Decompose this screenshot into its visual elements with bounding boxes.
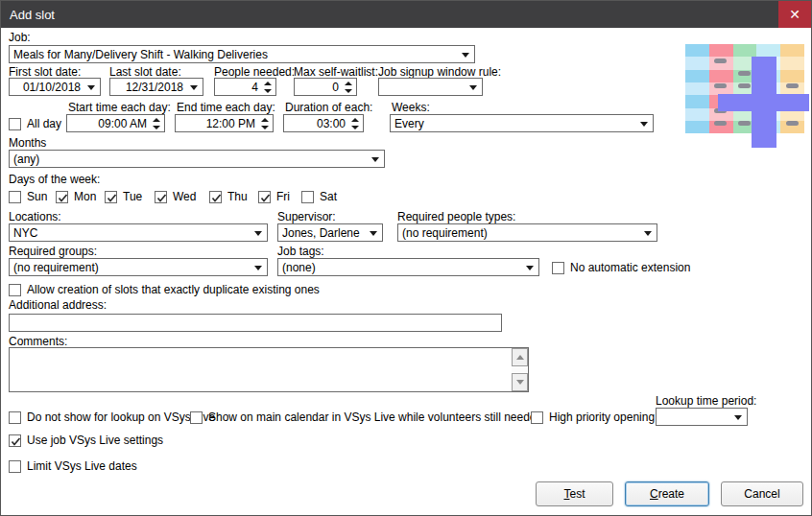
comments-input[interactable] [9, 347, 529, 392]
day-tue-checkbox[interactable]: Tue [105, 190, 142, 203]
first-slot-date-label: First slot date: [9, 65, 81, 79]
high-priority-opening-checkbox[interactable]: High priority opening [531, 410, 655, 424]
calendar-dash [714, 121, 727, 126]
spinner[interactable] [348, 115, 361, 131]
required-people-types-label: Required people types: [397, 210, 515, 223]
required-people-types-value: (no requirement) [402, 225, 639, 241]
day-fri-checkbox[interactable]: Fri [258, 190, 290, 203]
chevron-down-icon [462, 53, 469, 58]
limit-vsys-live-dates-checkbox[interactable]: Limit VSys Live dates [9, 459, 137, 473]
spin-up-icon [261, 118, 269, 122]
calendar-dash [714, 59, 727, 63]
comments-label: Comments: [9, 335, 67, 348]
calendar-dash [786, 83, 799, 88]
scroll-down-button[interactable] [512, 373, 528, 391]
people-needed-label: People needed: [214, 65, 295, 79]
spin-down-icon [264, 89, 272, 93]
checkbox-box [9, 284, 21, 296]
do-not-show-lookup-checkbox[interactable]: Do not show for lookup on VSys Live [9, 410, 215, 424]
max-self-waitlist-value: 0 [299, 80, 339, 95]
spin-up-icon [345, 82, 352, 85]
supervisor-value: Jones, Darlene [282, 225, 365, 241]
job-signup-window-rule-label: Job signup window rule: [378, 65, 501, 79]
calendar-dash [786, 121, 799, 126]
day-tue-label: Tue [123, 190, 142, 203]
use-job-vsys-live-settings-checkbox[interactable]: Use job VSys Live settings [9, 434, 163, 447]
job-label: Job: [9, 31, 31, 44]
scroll-up-button[interactable] [512, 348, 528, 366]
job-tags-value: (none) [282, 260, 521, 275]
high-priority-opening-label: High priority opening [549, 410, 655, 424]
test-button[interactable]: Test [536, 481, 613, 506]
day-sun-label: Sun [27, 190, 47, 203]
chevron-down-icon [469, 85, 477, 90]
job-value: Meals for Many/Delivery Shift - Walking … [13, 47, 457, 62]
months-value: (any) [13, 152, 367, 167]
cancel-button[interactable]: Cancel [721, 481, 803, 506]
max-self-waitlist-stepper[interactable]: 0 [294, 78, 357, 96]
job-tags-select[interactable]: (none) [277, 258, 539, 276]
spinner[interactable] [150, 115, 162, 131]
people-needed-stepper[interactable]: 4 [214, 78, 276, 96]
all-day-checkbox[interactable]: All day [9, 117, 61, 130]
calendar-dash [738, 71, 751, 76]
checkbox-box [258, 191, 271, 203]
spinner[interactable] [261, 79, 274, 95]
day-mon-checkbox[interactable]: Mon [56, 190, 96, 203]
no-automatic-extension-checkbox[interactable]: No automatic extension [552, 261, 690, 274]
chevron-down-icon [254, 266, 262, 270]
chevron-down-icon [190, 85, 198, 90]
chevron-down-icon [87, 85, 95, 90]
calendar-dash [738, 83, 751, 88]
supervisor-select[interactable]: Jones, Darlene [277, 223, 383, 242]
last-slot-date-value: 12/31/2018 [114, 80, 185, 95]
plus-icon [718, 94, 809, 111]
scroll-up-icon [516, 355, 524, 360]
weeks-select[interactable]: Every [390, 114, 654, 132]
create-button[interactable]: Create [625, 481, 709, 506]
day-thu-label: Thu [227, 190, 248, 203]
allow-duplicates-label: Allow creation of slots that exactly dup… [27, 283, 320, 296]
last-slot-date-picker[interactable]: 12/31/2018 [109, 78, 203, 96]
start-time-value: 09:00 AM [71, 116, 147, 131]
lookup-time-period-select[interactable] [656, 408, 748, 426]
day-sun-checkbox[interactable]: Sun [9, 190, 47, 203]
calendar-dash [714, 83, 727, 88]
comments-value [12, 350, 510, 389]
start-time-stepper[interactable]: 09:00 AM [66, 114, 165, 132]
day-thu-checkbox[interactable]: Thu [209, 190, 248, 203]
locations-select[interactable]: NYC [9, 223, 268, 242]
checkbox-box [552, 262, 564, 274]
people-needed-value: 4 [219, 80, 258, 95]
job-signup-window-rule-select[interactable] [378, 78, 483, 96]
day-sat-checkbox[interactable]: Sat [301, 190, 337, 203]
comments-scrollbar[interactable] [512, 348, 528, 391]
checkbox-box [190, 411, 203, 424]
spinner[interactable] [342, 79, 354, 95]
first-slot-date-picker[interactable]: 01/10/2018 [9, 78, 101, 96]
all-day-label: All day [27, 117, 61, 130]
allow-duplicates-checkbox[interactable]: Allow creation of slots that exactly dup… [9, 283, 320, 296]
day-wed-checkbox[interactable]: Wed [155, 190, 196, 203]
months-select[interactable]: (any) [9, 150, 385, 168]
lookup-time-period-label: Lookup time period: [656, 394, 756, 408]
spinner[interactable] [258, 115, 271, 131]
days-of-week-label: Days of the week: [9, 173, 100, 186]
title-bar[interactable]: Add slot ✕ [1, 1, 811, 28]
end-time-stepper[interactable]: 12:00 PM [175, 114, 274, 132]
required-people-types-select[interactable]: (no requirement) [397, 223, 657, 242]
chevron-down-icon [371, 157, 379, 162]
checkbox-box [209, 191, 222, 203]
additional-address-input[interactable] [9, 314, 502, 332]
show-on-main-calendar-checkbox[interactable]: Show on main calendar in VSys Live while… [190, 410, 542, 424]
close-button[interactable]: ✕ [778, 1, 811, 28]
required-groups-select[interactable]: (no requirement) [9, 258, 268, 276]
duration-stepper[interactable]: 03:00 [283, 114, 364, 132]
close-icon: ✕ [789, 7, 800, 22]
checkbox-box [531, 411, 543, 424]
vsys-add-slot-logo [685, 44, 804, 133]
duration-label: Duration of each: [285, 101, 372, 114]
additional-address-label: Additional address: [9, 298, 107, 312]
start-time-label: Start time each day: [68, 101, 171, 114]
job-select[interactable]: Meals for Many/Delivery Shift - Walking … [9, 45, 475, 63]
